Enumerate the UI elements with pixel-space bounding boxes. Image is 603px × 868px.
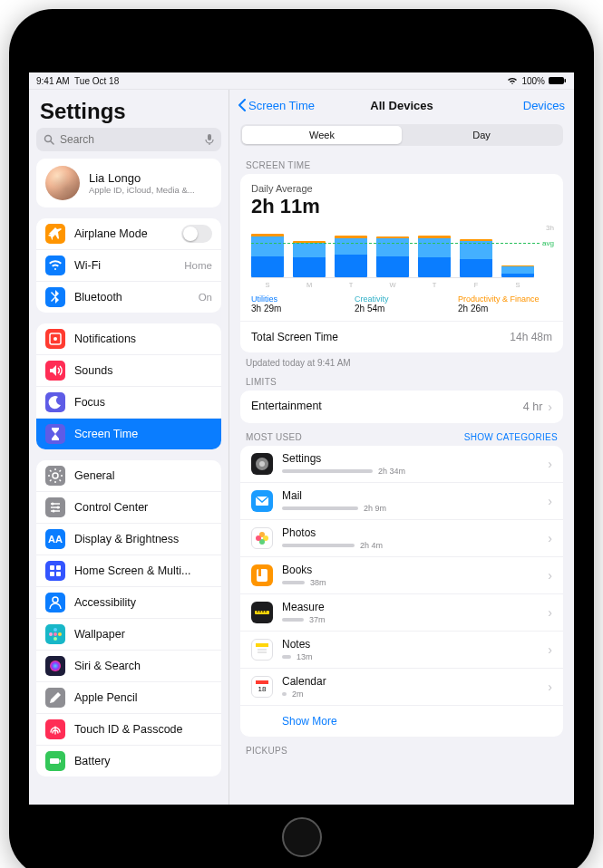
app-icon <box>251 453 273 475</box>
app-icon <box>251 564 273 586</box>
y-axis-3h: 3h <box>546 224 554 232</box>
sidebar-item-focus[interactable]: Focus <box>36 386 221 418</box>
usage-time: 2m <box>292 690 304 699</box>
nav-back[interactable]: Screen Time <box>238 99 315 112</box>
row-label: Bluetooth <box>74 291 190 304</box>
sidebar-title: Settings <box>36 93 221 128</box>
sidebar-item-screen-time[interactable]: Screen Time <box>36 418 221 449</box>
svg-point-31 <box>256 535 261 541</box>
app-row-calendar[interactable]: 18Calendar2m› <box>240 668 563 705</box>
search-field[interactable] <box>36 128 221 151</box>
nav-right[interactable]: Devices <box>523 99 565 112</box>
updated-text: Updated today at 9:41 AM <box>229 352 574 368</box>
svg-point-16 <box>53 597 58 603</box>
app-icon: 18 <box>251 676 273 698</box>
svg-point-8 <box>52 503 54 506</box>
app-icon <box>251 490 273 512</box>
screen-time-panel[interactable]: Daily Average 2h 11m 3h SMTWTFS avg Util… <box>240 174 563 352</box>
usage-time: 2h 34m <box>378 467 405 476</box>
row-label: Siri & Search <box>74 660 212 672</box>
home-button[interactable] <box>282 817 322 857</box>
segmented-control[interactable]: Week Day <box>240 124 563 146</box>
limits-row[interactable]: Entertainment 4 hr › <box>240 391 563 423</box>
sliders-icon <box>45 497 65 517</box>
chart-bar-5 <box>460 239 492 277</box>
show-more[interactable]: Show More <box>240 705 563 737</box>
toggle[interactable] <box>181 225 212 243</box>
svg-rect-23 <box>50 758 59 764</box>
sidebar-item-notifications[interactable]: Notifications <box>36 323 221 354</box>
profile-sub: Apple ID, iCloud, Media &... <box>89 185 195 195</box>
mic-icon[interactable] <box>205 133 214 146</box>
profile-row[interactable]: Lia Longo Apple ID, iCloud, Media &... <box>36 159 221 207</box>
chevron-right-icon: › <box>548 680 552 694</box>
sidebar-item-display-brightness[interactable]: AADisplay & Brightness <box>36 523 221 555</box>
svg-rect-14 <box>50 572 54 576</box>
chevron-left-icon <box>238 99 247 111</box>
status-left: 9:41 AM Tue Oct 18 <box>36 76 119 86</box>
search-input[interactable] <box>60 133 199 146</box>
sidebar-item-accessibility[interactable]: Accessibility <box>36 586 221 618</box>
sidebar-item-apple-pencil[interactable]: Apple Pencil <box>36 681 221 713</box>
status-bar: 9:41 AM Tue Oct 18 100% <box>29 72 574 89</box>
row-label: Touch ID & Passcode <box>74 723 212 736</box>
aa-icon: AA <box>45 529 65 549</box>
app-row-settings[interactable]: Settings2h 34m› <box>240 446 563 482</box>
cat-name: Creativity <box>355 294 449 304</box>
app-name: Mail <box>282 489 539 502</box>
sidebar-item-bluetooth[interactable]: BluetoothOn <box>36 281 221 313</box>
sidebar-item-airplane-mode[interactable]: Airplane Mode <box>36 218 221 249</box>
app-row-photos[interactable]: Photos2h 4m› <box>240 519 563 556</box>
svg-point-2 <box>45 136 52 142</box>
show-categories[interactable]: SHOW CATEGORIES <box>464 432 558 442</box>
row-label: General <box>74 469 212 482</box>
usage-bar <box>282 544 355 547</box>
app-name: Books <box>282 564 539 576</box>
row-label: Home Screen & Multi... <box>74 564 212 577</box>
svg-point-10 <box>53 510 55 513</box>
person-icon <box>45 593 65 612</box>
svg-rect-13 <box>56 565 61 570</box>
cat-name: Utilities <box>251 294 345 304</box>
app-name: Photos <box>282 526 539 539</box>
sidebar-item-touch-id-passcode[interactable]: Touch ID & Passcode <box>36 713 221 745</box>
usage-time: 2h 9m <box>364 504 386 513</box>
sidebar-item-siri-search[interactable]: Siri & Search <box>36 650 221 681</box>
sidebar-item-sounds[interactable]: Sounds <box>36 354 221 386</box>
chart-bar-1 <box>293 241 326 277</box>
avatar <box>45 166 80 200</box>
sidebar-item-general[interactable]: General <box>36 460 221 491</box>
svg-line-3 <box>51 141 53 144</box>
app-row-mail[interactable]: Mail2h 9m› <box>240 482 563 519</box>
seg-day[interactable]: Day <box>402 126 561 144</box>
section-most-used: MOST USED <box>246 432 302 442</box>
grid-icon <box>45 561 65 581</box>
app-name: Settings <box>282 452 539 465</box>
usage-bar <box>282 506 358 510</box>
svg-text:18: 18 <box>258 685 267 693</box>
chevron-right-icon: › <box>548 400 552 414</box>
sidebar-item-control-center[interactable]: Control Center <box>36 491 221 523</box>
sidebar-item-wallpaper[interactable]: Wallpaper <box>36 618 221 650</box>
svg-rect-12 <box>50 565 54 570</box>
svg-point-20 <box>53 637 57 641</box>
svg-rect-4 <box>208 134 211 140</box>
cat-name: Productivity & Finance <box>458 294 552 304</box>
sidebar-item-wi-fi[interactable]: Wi-FiHome <box>36 249 221 281</box>
chevron-right-icon: › <box>548 494 552 508</box>
row-label: Sounds <box>74 364 212 377</box>
total-label: Total Screen Time <box>251 331 338 343</box>
main-pane: Screen Time All Devices Devices Week Day… <box>229 90 574 805</box>
section-pickups: PICKUPS <box>229 737 574 759</box>
app-row-books[interactable]: Books38m› <box>240 556 563 593</box>
row-label: Screen Time <box>74 428 212 440</box>
app-row-notes[interactable]: Notes13m› <box>240 631 563 668</box>
chart-bar-6 <box>501 265 534 277</box>
sidebar-item-battery[interactable]: Battery <box>36 745 221 776</box>
flower-icon <box>45 624 65 644</box>
battery-icon <box>549 76 567 85</box>
sidebar-item-home-screen-multi-[interactable]: Home Screen & Multi... <box>36 555 221 586</box>
seg-week[interactable]: Week <box>242 126 402 144</box>
row-label: Airplane Mode <box>74 227 172 240</box>
app-row-measure[interactable]: Measure37m› <box>240 593 563 631</box>
